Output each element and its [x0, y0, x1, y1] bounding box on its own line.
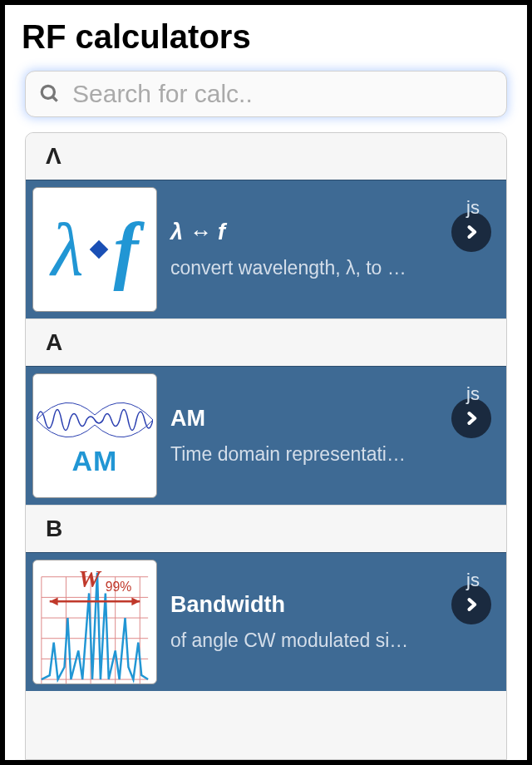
svg-text:W: W	[78, 565, 102, 592]
page-title: RF calculators	[22, 18, 510, 56]
item-description: convert wavelength, λ, to …	[170, 257, 431, 279]
bandwidth-icon: W 99%	[33, 560, 156, 684]
svg-marker-16	[50, 597, 58, 605]
list-item[interactable]: AM AM Time domain representati… js	[26, 366, 506, 505]
item-thumbnail: AM	[32, 373, 157, 498]
search-box[interactable]	[25, 71, 507, 117]
item-tag: js	[466, 383, 480, 405]
svg-text:99%: 99%	[106, 580, 132, 594]
list-item[interactable]: W 99% Bandwidth of angle CW modulated si…	[26, 552, 506, 691]
lambda-f-icon: λf	[52, 207, 139, 293]
item-title: AM	[170, 406, 431, 432]
item-thumbnail: W 99%	[32, 560, 157, 684]
svg-point-0	[42, 86, 54, 98]
svg-line-1	[52, 96, 57, 101]
svg-marker-17	[131, 597, 140, 605]
item-title: Bandwidth	[170, 592, 431, 618]
item-body: λ ↔ f convert wavelength, λ, to …	[170, 220, 438, 279]
list-item[interactable]: λf λ ↔ f convert wavelength, λ, to … js	[26, 180, 506, 318]
item-description: of angle CW modulated si…	[170, 629, 431, 652]
list-container: Λ λf λ ↔ f convert wavelength, λ, to … j…	[5, 132, 527, 760]
section-header-lambda: Λ	[26, 133, 506, 180]
header: RF calculators	[5, 5, 527, 62]
am-icon: AM	[37, 395, 153, 477]
app-frame: RF calculators Λ λf λ ↔ f convert wavel	[5, 5, 527, 760]
section-header-b: B	[26, 505, 506, 552]
item-body: AM Time domain representati…	[170, 406, 438, 466]
item-title: λ ↔ f	[170, 220, 431, 245]
search-input[interactable]	[72, 80, 493, 108]
search-icon	[39, 83, 61, 105]
item-tag: js	[466, 197, 480, 219]
item-body: Bandwidth of angle CW modulated si…	[170, 592, 438, 652]
list-frame[interactable]: Λ λf λ ↔ f convert wavelength, λ, to … j…	[25, 132, 507, 760]
section-header-a: A	[26, 318, 506, 366]
search-container	[5, 62, 527, 132]
item-tag: js	[466, 570, 480, 591]
item-thumbnail: λf	[32, 187, 157, 312]
item-description: Time domain representati…	[170, 443, 431, 466]
